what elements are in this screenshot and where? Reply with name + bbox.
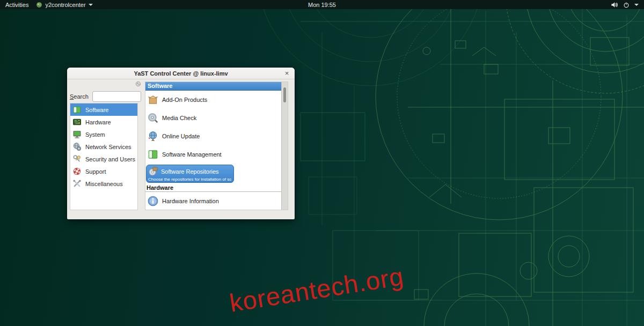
sidebar-item-label: Miscellaneous	[85, 181, 123, 187]
window-body: Search Software	[67, 79, 295, 219]
category-list: Software Hardware	[70, 103, 138, 210]
green-package-icon	[147, 149, 159, 160]
sidebar-item-label: Security and Users	[85, 156, 135, 162]
filter-icon[interactable]	[135, 81, 141, 87]
desktop: Activities y2controlcenter Mon 19:55	[0, 0, 644, 326]
sidebar-item-hardware[interactable]: Hardware	[70, 116, 137, 128]
menu-caret-icon	[89, 4, 93, 6]
search-input[interactable]	[92, 91, 141, 102]
sidebar-item-label: Support	[85, 168, 106, 175]
app-menu-label: y2controlcenter	[45, 2, 85, 8]
sidebar-item-label: System	[85, 131, 105, 138]
module-item-hardware-information[interactable]: Hardware Information	[145, 192, 281, 210]
clock-container: Mon 19:55	[0, 2, 644, 8]
monitor-icon	[72, 130, 82, 139]
scrollbar[interactable]	[281, 82, 288, 210]
clock[interactable]: Mon 19:55	[308, 2, 336, 8]
module-scroll-area: Software Add-On Products	[145, 82, 281, 210]
crossed-tools-icon	[72, 179, 82, 188]
module-item-label: Add-On Products	[162, 97, 207, 103]
system-caret-icon[interactable]	[634, 4, 639, 6]
window-close-button[interactable]: ×	[282, 69, 291, 78]
sidebar-item-support[interactable]: Support	[70, 165, 137, 177]
module-item-label: Software Repositories	[161, 168, 219, 175]
sidebar-item-software[interactable]: Software	[70, 103, 137, 116]
module-item-label: Hardware Information	[162, 198, 219, 204]
activities-button[interactable]: Activities	[5, 2, 28, 8]
sidebar-item-system[interactable]: System	[70, 128, 137, 140]
module-item-software-management[interactable]: Software Management	[145, 145, 281, 164]
keys-icon	[72, 154, 82, 164]
circuit-board-icon	[72, 117, 82, 127]
search-label: Search	[70, 93, 89, 100]
volume-icon[interactable]	[611, 2, 618, 8]
window-title: YaST Control Center @ linux-limv	[134, 70, 228, 77]
module-item-description: Choose the repositories for installation…	[148, 177, 231, 182]
cd-box-icon	[148, 166, 158, 176]
globe-update-icon	[147, 130, 159, 142]
lifesaver-icon	[72, 167, 82, 176]
software-package-icon	[72, 105, 82, 114]
module-item-label: Online Update	[162, 133, 200, 139]
scrollbar-thumb[interactable]	[283, 87, 286, 102]
network-globe-gear-icon	[72, 142, 82, 151]
app-menu-button[interactable]: y2controlcenter	[36, 2, 92, 8]
info-circle-icon	[147, 195, 159, 207]
module-item-label: Media Check	[162, 115, 196, 121]
module-item-label: Software Management	[162, 151, 222, 158]
module-item-media-check[interactable]: Media Check	[145, 109, 281, 127]
yast-control-center-window: YaST Control Center @ linux-limv × Searc…	[67, 68, 295, 219]
sidebar-item-label: Network Services	[85, 144, 131, 150]
module-item-add-on-products[interactable]: Add-On Products	[145, 91, 281, 109]
search-row: Search	[70, 91, 141, 102]
module-item-software-repositories-selected[interactable]: Software Repositories Choose the reposit…	[146, 165, 234, 183]
sidebar-item-label: Hardware	[85, 119, 111, 125]
sidebar-item-network-services[interactable]: Network Services	[70, 140, 137, 153]
module-item-online-update[interactable]: Online Update	[145, 127, 281, 145]
sidebar-item-miscellaneous[interactable]: Miscellaneous	[70, 177, 137, 190]
app-icon	[36, 2, 42, 8]
gnome-top-bar: Activities y2controlcenter Mon 19:55	[0, 0, 644, 9]
section-header-software: Software	[145, 82, 281, 91]
module-panel: Software Add-On Products	[145, 82, 288, 210]
open-box-icon	[147, 94, 159, 106]
window-titlebar[interactable]: YaST Control Center @ linux-limv ×	[67, 68, 295, 79]
power-icon[interactable]	[623, 2, 630, 8]
cd-magnifier-icon	[147, 112, 159, 124]
sidebar-item-label: Software	[85, 107, 108, 113]
sidebar-item-security-and-users[interactable]: Security and Users	[70, 153, 137, 165]
section-header-hardware: Hardware	[145, 184, 281, 192]
watermark-text: koreantech.org	[228, 261, 406, 318]
